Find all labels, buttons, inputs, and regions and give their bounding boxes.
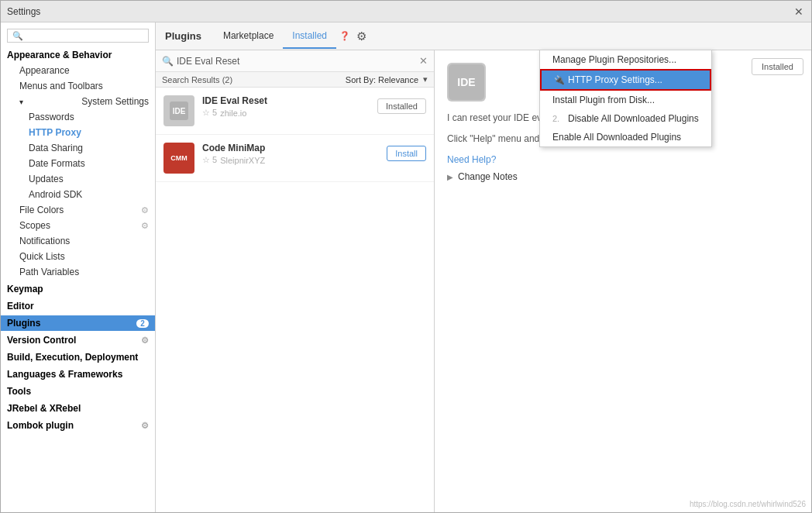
plugin-list: IDE IDE Eval Reset ☆ 5 zhile.io Instal (156, 88, 434, 512)
toggle-icon: ▾ (19, 98, 23, 106)
sidebar-item-android-sdk[interactable]: Android SDK (1, 187, 155, 202)
code-minimap-author: SleipnirXYZ (220, 156, 265, 165)
disable-all-num: 2. (552, 114, 563, 123)
search-query-label: IDE Eval Reset (177, 56, 416, 67)
change-notes-header[interactable]: ▶ Change Notes (447, 171, 799, 182)
file-colors-label: File Colors (19, 205, 64, 215)
tab-bar: Marketplace Installed ❓ ⚙ (214, 24, 802, 49)
watermark-text: https://blog.csdn.net/whirlwind526 (690, 500, 806, 508)
sort-dropdown[interactable]: Sort By: Relevance (346, 75, 418, 84)
enable-all-label: Enable All Downloaded Plugins (552, 132, 681, 143)
scopes-label: Scopes (19, 220, 50, 231)
dropdown-menu: Manage Plugin Repositories... 🔌 HTTP Pro… (539, 50, 712, 147)
sidebar-item-jrebel-xrebel[interactable]: JRebel & XRebel (1, 401, 155, 416)
installed-tab-label: Installed (292, 30, 327, 41)
title-bar: Settings ✕ (1, 1, 811, 22)
sidebar-search-input[interactable] (7, 29, 149, 43)
sidebar-item-build-execution[interactable]: Build, Execution, Deployment (1, 349, 155, 365)
tab-marketplace[interactable]: Marketplace (214, 24, 283, 49)
plugins-panel-title: Plugins (165, 30, 201, 42)
sort-dropdown-arrow[interactable]: ▾ (423, 74, 428, 84)
scopes-gear-icon[interactable]: ⚙ (141, 221, 149, 231)
sidebar-item-data-sharing[interactable]: Data Sharing (1, 140, 155, 156)
list-item-ide-eval-reset[interactable]: IDE IDE Eval Reset ☆ 5 zhile.io Instal (156, 88, 434, 135)
tab-gear-icon[interactable]: ⚙ (356, 29, 366, 43)
search-clear-icon[interactable]: ✕ (419, 55, 428, 67)
sidebar-item-http-proxy[interactable]: HTTP Proxy (1, 125, 155, 140)
change-notes-triangle-icon: ▶ (447, 173, 453, 181)
sidebar-item-quick-lists[interactable]: Quick Lists (1, 249, 155, 264)
tab-installed[interactable]: Installed (283, 24, 336, 49)
plugin-list-header: 🔍 IDE Eval Reset ✕ (156, 50, 434, 72)
sidebar-search-container (1, 26, 155, 46)
sidebar-item-editor[interactable]: Editor (1, 298, 155, 314)
ide-eval-reset-icon: IDE (163, 95, 194, 126)
sidebar-item-appearance-behavior[interactable]: Appearance & Behavior (1, 47, 155, 63)
dropdown-item-proxy-settings[interactable]: 🔌 HTTP Proxy Settings... (540, 69, 711, 91)
close-button[interactable]: ✕ (793, 5, 805, 18)
plugins-header: Plugins Marketplace Installed ❓ ⚙ (156, 22, 811, 50)
ide-eval-reset-installed-btn[interactable]: Installed (377, 98, 426, 114)
window-title: Settings (7, 6, 793, 17)
ide-eval-reset-meta: ☆ 5 zhile.io (202, 108, 370, 118)
sidebar-item-path-variables[interactable]: Path Variables (1, 264, 155, 280)
sidebar-item-tools[interactable]: Tools (1, 384, 155, 399)
sidebar-item-plugins[interactable]: Plugins 2 (1, 315, 155, 331)
plugin-content-area: 🔍 IDE Eval Reset ✕ Search Results (2) So… (156, 50, 811, 512)
dropdown-item-disable-all[interactable]: 2. Disable All Downloaded Plugins (540, 109, 711, 128)
search-results-bar: Search Results (2) Sort By: Relevance ▾ (156, 72, 434, 88)
file-colors-gear-icon[interactable]: ⚙ (141, 205, 149, 215)
sidebar-item-notifications[interactable]: Notifications (1, 233, 155, 249)
code-minimap-info: Code MiniMap ☆ 5 SleipnirXYZ (202, 143, 379, 165)
detail-plugin-icon: IDE (447, 63, 486, 102)
lombok-gear-icon[interactable]: ⚙ (141, 421, 149, 431)
minimap-icon-text: CMM (170, 154, 188, 162)
svg-text:IDE: IDE (457, 76, 475, 88)
code-minimap-stars: ☆ 5 (202, 155, 217, 165)
sidebar-item-updates[interactable]: Updates (1, 171, 155, 187)
version-control-gear-icon[interactable]: ⚙ (141, 336, 149, 346)
sidebar-item-menus-toolbars[interactable]: Menus and Toolbars (1, 78, 155, 94)
ide-eval-reset-stars: ☆ 5 (202, 108, 217, 118)
sidebar-item-version-control[interactable]: Version Control ⚙ (1, 332, 155, 348)
proxy-settings-icon: 🔌 (554, 75, 565, 85)
main-content: Appearance & Behavior Appearance Menus a… (1, 22, 811, 512)
dropdown-item-enable-all[interactable]: Enable All Downloaded Plugins (540, 128, 711, 146)
settings-window: Settings ✕ Appearance & Behavior Appeara… (0, 0, 812, 513)
system-settings-label: System Settings (81, 96, 149, 107)
sidebar-item-scopes[interactable]: Scopes ⚙ (1, 218, 155, 233)
sidebar-item-keymap[interactable]: Keymap (1, 281, 155, 297)
need-help-section: Need Help? (447, 154, 799, 165)
plugins-label: Plugins (7, 318, 40, 329)
ide-eval-reset-info: IDE Eval Reset ☆ 5 zhile.io (202, 95, 370, 118)
code-minimap-install-btn[interactable]: Install (387, 146, 426, 161)
sidebar-item-lombok-plugin[interactable]: Lombok plugin ⚙ (1, 418, 155, 433)
ide-eval-reset-author: zhile.io (220, 108, 246, 118)
list-item-code-minimap[interactable]: CMM Code MiniMap ☆ 5 SleipnirXYZ Install (156, 135, 434, 182)
dropdown-item-install-from-disk[interactable]: Install Plugin from Disk... (540, 91, 711, 109)
ide-eval-reset-name: IDE Eval Reset (202, 95, 370, 106)
sidebar-item-passwords[interactable]: Passwords (1, 109, 155, 125)
sidebar-item-languages-frameworks[interactable]: Languages & Frameworks (1, 367, 155, 382)
detail-icon-svg: IDE (447, 63, 486, 102)
proxy-settings-label: HTTP Proxy Settings... (568, 74, 662, 85)
version-control-label: Version Control (7, 335, 76, 346)
plugin-list-panel: 🔍 IDE Eval Reset ✕ Search Results (2) So… (156, 50, 435, 512)
code-minimap-name: Code MiniMap (202, 143, 379, 153)
need-help-link[interactable]: Need Help? (447, 154, 496, 165)
tab-help-icon[interactable]: ❓ (336, 28, 353, 44)
code-minimap-icon: CMM (163, 143, 194, 174)
main-panel: Plugins Marketplace Installed ❓ ⚙ Manage… (156, 22, 811, 512)
manage-repos-label: Manage Plugin Repositories... (552, 54, 676, 65)
sidebar-item-date-formats[interactable]: Date Formats (1, 156, 155, 171)
search-results-label: Search Results (2) (162, 75, 341, 84)
plugin-logo-svg: IDE (168, 100, 190, 122)
install-from-disk-label: Install Plugin from Disk... (552, 95, 655, 105)
sidebar-item-system-settings[interactable]: ▾ System Settings (1, 94, 155, 109)
sidebar-item-appearance[interactable]: Appearance (1, 63, 155, 78)
sidebar: Appearance & Behavior Appearance Menus a… (1, 22, 156, 512)
detail-installed-button[interactable]: Installed (752, 58, 803, 75)
dropdown-item-manage-repos[interactable]: Manage Plugin Repositories... (540, 50, 711, 69)
lombok-label: Lombok plugin (7, 420, 74, 431)
sidebar-item-file-colors[interactable]: File Colors ⚙ (1, 202, 155, 218)
